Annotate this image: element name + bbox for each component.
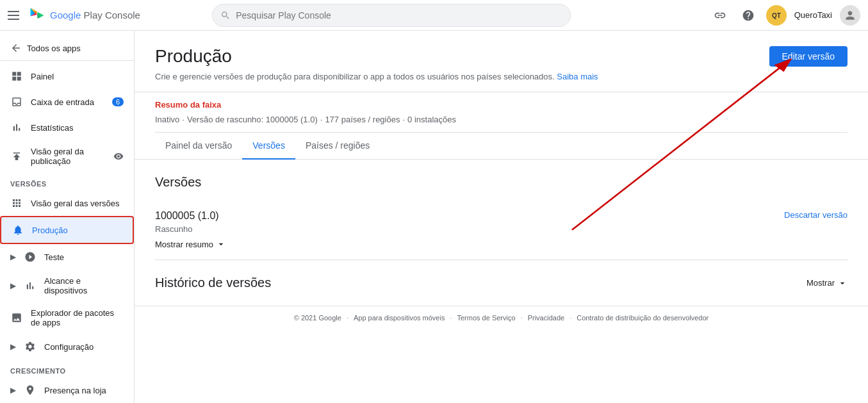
- main-layout: Todos os apps Painel Caixa de entrada 6 …: [0, 31, 868, 403]
- summary-installs: 0 instalações: [407, 115, 456, 124]
- play-circle-icon: [24, 251, 37, 263]
- configuracao-label: Configuração: [44, 342, 124, 352]
- footer-link-privacidade[interactable]: Privacidade: [528, 314, 564, 322]
- help-icon: [742, 9, 755, 22]
- footer-link-termos[interactable]: Termos de Serviço: [457, 314, 515, 322]
- svg-text:QT: QT: [772, 12, 781, 19]
- sidebar: Todos os apps Painel Caixa de entrada 6 …: [0, 31, 135, 403]
- teste-arrow-icon: ▶: [10, 252, 16, 261]
- back-arrow-icon: [10, 42, 22, 54]
- summary-version: Versão de rascunho: 1000005 (1.0): [187, 115, 318, 124]
- caixa-label: Caixa de entrada: [31, 97, 104, 107]
- version-item: 1000005 (1.0) Descartar versão Rascunho …: [155, 200, 848, 260]
- account-icon: [844, 9, 856, 22]
- page-subtitle-text: Crie e gerencie versões de produção para…: [155, 72, 555, 81]
- topbar-left: Google Play Console: [8, 6, 140, 24]
- search-input[interactable]: [236, 10, 562, 21]
- link-icon: [714, 9, 726, 22]
- bell-icon: [12, 224, 24, 236]
- discard-version-link[interactable]: Descartar versão: [784, 210, 848, 220]
- footer-copyright: © 2021 Google: [294, 314, 341, 322]
- grid2-icon: [10, 197, 23, 210]
- alcance-arrow-icon: ▶: [10, 281, 16, 290]
- dot2: ·: [320, 115, 323, 124]
- user-name-label: QueroTaxi: [794, 10, 832, 20]
- config-arrow-icon: ▶: [10, 342, 16, 351]
- sidebar-item-visao-versoes[interactable]: Visão geral das versões: [0, 190, 134, 216]
- sidebar-item-painel[interactable]: Painel: [0, 63, 134, 89]
- mostrar-label: Mostrar: [807, 278, 835, 288]
- explorador-label: Explorador de pacotes de apps: [31, 308, 124, 327]
- grid-icon: [10, 70, 23, 83]
- summary-countries: 177 países / regiões: [325, 115, 400, 124]
- teste-label: Teste: [44, 252, 124, 262]
- search-icon: [220, 10, 231, 21]
- page-title: Produção: [155, 46, 232, 67]
- topbar-right: QT QueroTaxi: [710, 5, 860, 26]
- help-icon-button[interactable]: [738, 5, 758, 26]
- summary-section: Resumo da faixa Inativo · Versão de rasc…: [155, 92, 848, 133]
- inbox-icon: [10, 95, 23, 108]
- mostrar-chevron-icon: [837, 278, 848, 288]
- saiba-mais-link[interactable]: Saiba mais: [557, 72, 598, 81]
- sidebar-item-caixa[interactable]: Caixa de entrada 6: [0, 89, 134, 115]
- version-status: Rascunho: [155, 224, 848, 234]
- page-header: Produção Editar versão: [155, 46, 848, 67]
- bar-chart2-icon: [24, 279, 37, 292]
- alcance-label: Alcance e dispositivos: [44, 276, 124, 295]
- visao-publicacao-label: Visão geral da publicação: [31, 147, 106, 166]
- tab-versoes[interactable]: Versões: [242, 133, 295, 160]
- show-summary-button[interactable]: Mostrar resumo: [155, 239, 848, 249]
- history-title: Histórico de versões: [155, 276, 271, 290]
- publish-icon: [10, 150, 23, 163]
- versoes-section-label: Versões: [0, 172, 134, 190]
- footer-link-app[interactable]: App para dispositivos móveis: [354, 314, 445, 322]
- play-store-logo-icon: [28, 6, 46, 24]
- sidebar-item-teste[interactable]: ▶ Teste: [0, 244, 134, 270]
- topbar: Google Play Console QT QueroTaxi: [0, 0, 868, 31]
- summary-status: Inativo: [155, 115, 179, 124]
- page-subtitle: Crie e gerencie versões de produção para…: [155, 72, 848, 81]
- sidebar-item-visao-publicacao[interactable]: Visão geral da publicação: [0, 140, 134, 172]
- chevron-down-icon: [216, 239, 226, 249]
- sidebar-item-producao[interactable]: Produção: [0, 216, 134, 244]
- footer-link-contrato[interactable]: Contrato de distribuição do desenvolvedo…: [577, 314, 708, 322]
- account-avatar[interactable]: [840, 5, 860, 26]
- dot3: ·: [402, 115, 405, 124]
- back-label: Todos os apps: [27, 44, 81, 53]
- gear-icon: [24, 340, 37, 353]
- app-avatar[interactable]: QT: [766, 5, 787, 26]
- app-title: Google Play Console: [50, 10, 140, 21]
- versoes-section-title: Versões: [155, 175, 848, 190]
- footer: © 2021 Google · App para dispositivos mó…: [135, 306, 868, 329]
- tab-paises[interactable]: Países / regiões: [295, 133, 380, 160]
- querotaxi-avatar-icon: QT: [767, 6, 785, 24]
- version-number: 1000005 (1.0): [155, 210, 219, 222]
- show-summary-label: Mostrar resumo: [155, 240, 213, 249]
- edit-version-button[interactable]: Editar versão: [769, 46, 848, 67]
- content-area: Produção Editar versão Crie e gerencie v…: [135, 31, 868, 403]
- store-icon: [24, 384, 37, 397]
- hamburger-menu[interactable]: [8, 8, 23, 23]
- content-inner: Produção Editar versão Crie e gerencie v…: [135, 31, 868, 306]
- producao-label: Produção: [32, 226, 122, 235]
- back-to-all-apps[interactable]: Todos os apps: [0, 36, 134, 61]
- history-section: Histórico de versões Mostrar: [155, 276, 848, 290]
- bar-chart-icon: [10, 121, 23, 134]
- sidebar-item-configuracao[interactable]: ▶ Configuração: [0, 334, 134, 359]
- presenca-label: Presença na loja: [44, 386, 124, 395]
- crescimento-section-label: Crescimento: [0, 359, 134, 377]
- sidebar-item-alcance[interactable]: ▶ Alcance e dispositivos: [0, 270, 134, 302]
- link-icon-button[interactable]: [710, 5, 730, 26]
- painel-label: Painel: [31, 72, 124, 81]
- sidebar-item-estatisticas[interactable]: Estatísticas: [0, 115, 134, 140]
- mostrar-button[interactable]: Mostrar: [807, 278, 848, 288]
- tab-painel-versao[interactable]: Painel da versão: [155, 133, 242, 160]
- tabs-bar: Painel da versão Versões Países / regiõe…: [135, 133, 868, 160]
- version-header: 1000005 (1.0) Descartar versão: [155, 210, 848, 222]
- caixa-badge: 6: [112, 97, 124, 106]
- sidebar-item-presenca[interactable]: ▶ Presença na loja: [0, 377, 134, 403]
- search-bar[interactable]: [212, 4, 571, 27]
- sidebar-item-explorador[interactable]: Explorador de pacotes de apps: [0, 302, 134, 334]
- dot1: ·: [182, 115, 184, 124]
